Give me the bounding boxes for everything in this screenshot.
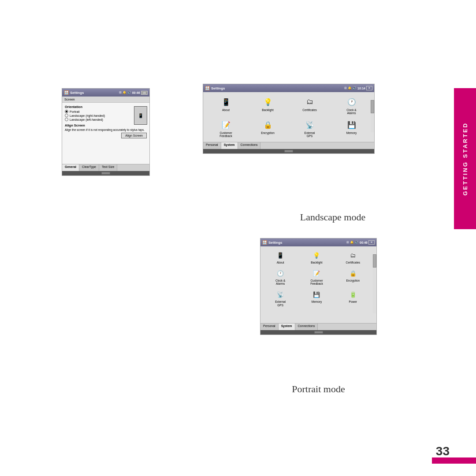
- memory-icon-p: 💾: [312, 290, 321, 299]
- customer-feedback-icon-p: 📝: [312, 268, 321, 278]
- clock-icon-p: 🕐: [275, 268, 285, 278]
- portrait-screenshot: 🪟 Settings ⊞ 🔔 🔊 00:46 ✕ 📱 About 💡 Backl…: [260, 238, 377, 335]
- bottom-tabs-left: General ClearType Text Size: [62, 164, 149, 171]
- radio-label-landscape-right: Landscape (right-handed): [70, 114, 105, 117]
- icon-customer-feedback-p[interactable]: 📝 CustomerFeedback: [299, 267, 334, 286]
- icon-memory-p[interactable]: 💾 Memory: [299, 288, 334, 308]
- about-label-p: About: [277, 261, 284, 264]
- icon-clock-alarms[interactable]: 🕐 Clock &Alarms: [331, 95, 372, 116]
- pink-bar: [432, 457, 476, 464]
- bottom-tabs-landscape: Personal System Connections: [203, 142, 374, 149]
- scrollbar-thumb-portrait: [373, 254, 376, 268]
- radio-label-landscape-left: Landscape (left-handed): [70, 118, 103, 121]
- tab-personal-portrait[interactable]: Personal: [260, 324, 279, 330]
- getting-started-sidebar: GETTING STARTED: [454, 88, 476, 229]
- customer-feedback-icon: 📝: [220, 119, 232, 130]
- getting-started-text: GETTING STARTED: [462, 122, 469, 196]
- icon-certificates-p[interactable]: 🗂 Certificates: [336, 249, 370, 265]
- icon-external-gps[interactable]: 📡 ExternalGPS: [290, 118, 330, 139]
- icon-encryption-p[interactable]: 🔒 Encryption: [336, 267, 370, 286]
- landscape-mode-label: Landscape mode: [256, 212, 410, 223]
- power-label-p: Power: [349, 300, 357, 303]
- taskbar-portrait: [260, 330, 376, 335]
- icon-memory[interactable]: 💾 Memory: [331, 118, 372, 139]
- tab-system-landscape[interactable]: System: [221, 142, 238, 149]
- certificates-label: Certificates: [302, 108, 317, 112]
- keyboard-icon-landscape: [284, 150, 293, 152]
- clock-label: Clock &Alarms: [346, 108, 356, 115]
- icon-encryption[interactable]: 🔒 Encryption: [248, 118, 288, 139]
- clock-label-p: Clock &Alarms: [275, 279, 285, 285]
- external-gps-icon-p: 📡: [275, 290, 285, 299]
- keyboard-icon-left: [101, 172, 110, 175]
- icon-grid-landscape: 📱 About 💡 Backlight 🗂 Certificates 🕐 Clo…: [203, 92, 374, 142]
- customer-feedback-label: CustomerFeedback: [219, 131, 232, 138]
- radio-circle-landscape-left: [65, 118, 68, 121]
- align-screen-desc: Align the screen if it is not responding…: [65, 128, 147, 131]
- titlebar-left: 🪟 Settings ⊞ 🔔 🔊 00:46 ok: [62, 89, 149, 97]
- external-gps-label-p: ExternalGPS: [275, 300, 286, 306]
- about-label: About: [222, 108, 230, 112]
- backlight-icon-p: 💡: [312, 250, 321, 260]
- screen-section-label: Screen: [64, 97, 75, 101]
- scrollbar-portrait[interactable]: [373, 254, 376, 313]
- titlebar-close-portrait[interactable]: ✕: [368, 240, 375, 245]
- tab-personal-landscape[interactable]: Personal: [203, 142, 221, 149]
- titlebar-ok-btn[interactable]: ok: [141, 91, 148, 95]
- external-gps-icon: 📡: [304, 119, 316, 130]
- encryption-icon: 🔒: [262, 119, 274, 130]
- icon-clock-alarms-p[interactable]: 🕐 Clock &Alarms: [263, 267, 298, 286]
- titlebar-icons-portrait: ⊞ 🔔 🔊 00:46 ✕: [346, 240, 375, 245]
- tab-cleartype[interactable]: ClearType: [79, 164, 99, 171]
- icon-backlight-p[interactable]: 💡 Backlight: [299, 249, 334, 265]
- memory-icon: 💾: [346, 119, 357, 130]
- icon-power-p[interactable]: 🔋 Power: [336, 288, 370, 308]
- left-screenshot: 🪟 Settings ⊞ 🔔 🔊 00:46 ok Screen 📱 Orien…: [62, 88, 150, 176]
- titlebar-close-landscape[interactable]: ✕: [366, 86, 372, 90]
- titlebar-icons-landscape: ⊞ 🔔 🔊 10:14 ✕: [344, 86, 372, 90]
- backlight-icon: 💡: [262, 96, 274, 108]
- titlebar-icons-left: ⊞ 🔔 🔊 00:46 ok: [119, 91, 148, 95]
- certificates-icon-p: 🗂: [348, 250, 358, 260]
- encryption-label-p: Encryption: [346, 279, 360, 282]
- tab-connections-portrait[interactable]: Connections: [295, 324, 318, 330]
- titlebar-portrait: 🪟 Settings ⊞ 🔔 🔊 00:46 ✕: [260, 238, 376, 246]
- icon-about-p[interactable]: 📱 About: [263, 249, 298, 265]
- icon-grid-portrait: 📱 About 💡 Backlight 🗂 Certificates 🕐 Clo…: [260, 246, 376, 311]
- taskbar-landscape: [203, 149, 374, 153]
- keyboard-icon-portrait: [314, 331, 323, 334]
- bottom-tabs-portrait: Personal System Connections: [260, 323, 376, 330]
- landscape-screenshot: 🪟 Settings ⊞ 🔔 🔊 10:14 ✕ 📱 About 💡 Backl…: [203, 84, 375, 154]
- taskbar-left: [62, 171, 149, 175]
- titlebar-title-left: Settings: [70, 91, 84, 95]
- clock-icon: 🕐: [346, 96, 357, 108]
- about-icon-p: 📱: [275, 250, 285, 260]
- radio-label-portrait: Portrait: [70, 110, 80, 113]
- backlight-label-p: Backlight: [311, 261, 322, 264]
- tab-general[interactable]: General: [62, 164, 79, 171]
- certificates-icon: 🗂: [304, 96, 316, 108]
- titlebar-title-landscape: Settings: [211, 86, 225, 90]
- tab-textsize[interactable]: Text Size: [99, 164, 117, 171]
- screen-thumbnail: 📱: [134, 106, 147, 125]
- encryption-icon-p: 🔒: [348, 268, 358, 278]
- page-number: 33: [436, 444, 450, 458]
- backlight-label: Backlight: [262, 108, 273, 112]
- icon-backlight[interactable]: 💡 Backlight: [248, 95, 288, 116]
- titlebar-landscape: 🪟 Settings ⊞ 🔔 🔊 10:14 ✕: [203, 84, 374, 92]
- memory-label-p: Memory: [312, 300, 322, 303]
- scrollbar-landscape[interactable]: [371, 100, 374, 132]
- icon-external-gps-p[interactable]: 📡 ExternalGPS: [263, 288, 298, 308]
- about-icon: 📱: [220, 96, 232, 108]
- certificates-label-p: Certificates: [346, 261, 361, 264]
- icon-certificates[interactable]: 🗂 Certificates: [290, 95, 330, 116]
- icon-about[interactable]: 📱 About: [206, 95, 246, 116]
- titlebar-title-portrait: Settings: [268, 241, 283, 245]
- power-icon-p: 🔋: [348, 290, 358, 299]
- scrollbar-thumb-landscape: [371, 100, 374, 113]
- icon-customer-feedback[interactable]: 📝 CustomerFeedback: [206, 118, 246, 139]
- align-screen-button[interactable]: Align Screen: [121, 133, 147, 138]
- memory-label: Memory: [346, 131, 357, 134]
- tab-system-portrait[interactable]: System: [279, 324, 295, 330]
- tab-connections-landscape[interactable]: Connections: [238, 142, 261, 149]
